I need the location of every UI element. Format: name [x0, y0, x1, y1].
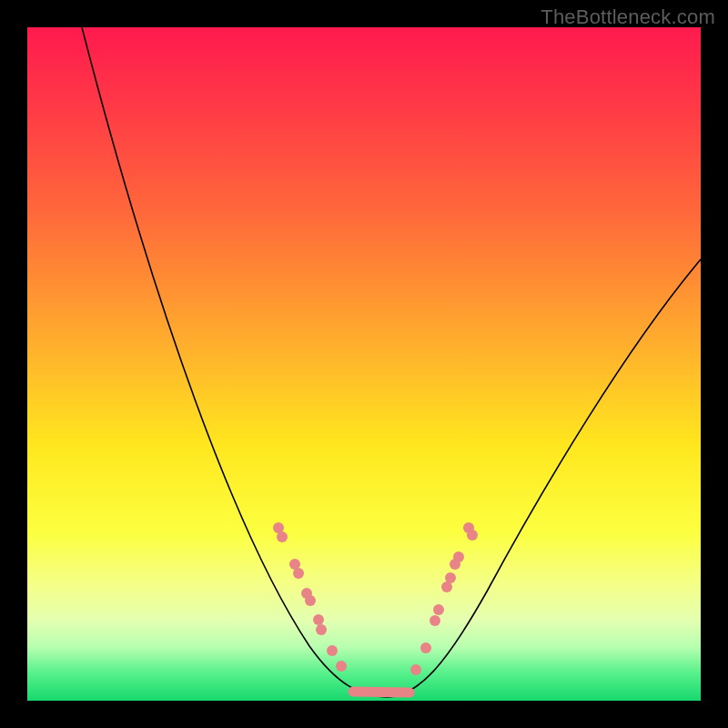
bottom-dot-segment: [353, 692, 410, 693]
chart-frame: TheBottleneck.com: [0, 0, 728, 728]
marker-dot: [313, 614, 324, 625]
marker-dot: [467, 530, 478, 541]
marker-dot: [305, 595, 316, 606]
curve-right-branch: [387, 259, 701, 697]
curve-svg: [27, 27, 701, 701]
marker-dot: [277, 531, 288, 542]
marker-dot: [430, 615, 440, 626]
marker-dot: [316, 624, 327, 635]
marker-dot: [450, 559, 460, 570]
watermark-text: TheBottleneck.com: [541, 5, 715, 29]
marker-dot: [433, 604, 444, 615]
marker-dot: [327, 645, 338, 656]
marker-dot: [441, 581, 452, 592]
marker-dot: [410, 664, 421, 675]
curve-left-branch: [82, 27, 387, 697]
marker-dot: [336, 661, 347, 672]
marker-dot: [293, 568, 304, 579]
gradient-plot-area: [27, 27, 701, 701]
marker-dot: [420, 642, 431, 653]
